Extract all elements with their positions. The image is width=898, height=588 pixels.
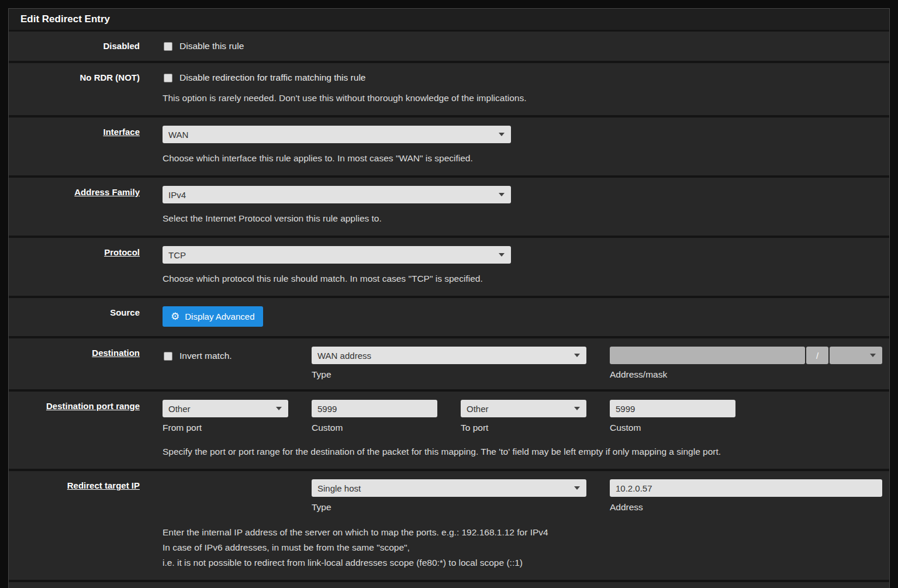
edit-redirect-entry-panel: Edit Redirect Entry Disabled Disable thi…	[8, 8, 890, 588]
from-port-custom-input[interactable]	[312, 400, 437, 417]
address-family-help: Select the Internet Protocol version thi…	[163, 211, 882, 226]
redirect-ip-address-sublabel: Address	[610, 502, 882, 513]
destination-address-sublabel: Address/mask	[610, 369, 882, 380]
row-disabled: Disabled Disable this rule	[9, 32, 889, 63]
redirect-ip-type-sublabel: Type	[312, 502, 586, 513]
display-advanced-button-label: Display Advanced	[185, 312, 254, 321]
destination-type-select[interactable]: WAN address	[312, 347, 586, 364]
to-port-custom-sublabel: Custom	[610, 423, 735, 433]
no-rdr-checkbox-label: Disable redirection for traffic matching…	[179, 72, 365, 83]
to-port-select[interactable]: Other	[461, 400, 586, 417]
destination-invert-checkbox[interactable]	[164, 352, 172, 361]
redirect-ip-type-select[interactable]: Single host	[312, 479, 586, 497]
to-port-custom-input[interactable]	[610, 400, 735, 417]
redirect-ip-help-line1: Enter the internal IP address of the ser…	[163, 525, 882, 540]
disabled-label: Disabled	[103, 41, 140, 51]
panel-title: Edit Redirect Entry	[9, 9, 889, 32]
interface-select[interactable]: WAN	[163, 126, 511, 143]
row-redirect-target-port: Redirect target port Other Port Cus	[9, 582, 889, 588]
redirect-ip-address-input[interactable]	[610, 479, 882, 497]
destination-address-group: /	[610, 347, 882, 364]
interface-help: Choose which interface this rule applies…	[163, 151, 882, 166]
disable-rule-checkbox[interactable]	[164, 42, 172, 51]
destination-type-select-wrap: WAN address	[312, 347, 586, 364]
destination-address-input[interactable]	[610, 347, 805, 364]
gear-icon: ⚙	[171, 312, 179, 321]
protocol-select-wrap: TCP	[163, 246, 511, 264]
protocol-select[interactable]: TCP	[163, 246, 511, 264]
row-address-family: Address Family IPv4 Select the Internet …	[9, 178, 889, 238]
source-label: Source	[110, 307, 140, 317]
row-interface: Interface WAN Choose which interface thi…	[9, 117, 889, 178]
row-destination-port-range: Destination port range Other From port	[9, 392, 889, 471]
destination-mask-select-wrap	[830, 347, 882, 364]
from-port-sublabel: From port	[163, 423, 288, 433]
redirect-target-ip-label: Redirect target IP	[67, 480, 140, 490]
redirect-ip-help-line3: i.e. it is not possible to redirect from…	[163, 555, 882, 570]
address-family-select[interactable]: IPv4	[163, 186, 511, 203]
display-advanced-button[interactable]: ⚙ Display Advanced	[163, 306, 263, 327]
page: Edit Redirect Entry Disabled Disable thi…	[0, 0, 898, 588]
no-rdr-label: No RDR (NOT)	[80, 72, 140, 82]
to-port-sublabel: To port	[461, 423, 586, 433]
address-mask-separator: /	[806, 347, 828, 364]
disable-rule-checkbox-label: Disable this rule	[179, 41, 244, 51]
interface-label: Interface	[103, 127, 140, 137]
destination-label: Destination	[92, 348, 140, 358]
address-family-label: Address Family	[74, 187, 140, 197]
row-destination: Destination Invert match. WAN address	[9, 338, 889, 392]
from-port-select-wrap: Other	[163, 400, 288, 417]
address-family-select-wrap: IPv4	[163, 186, 511, 203]
destination-port-range-label: Destination port range	[46, 401, 140, 411]
destination-type-sublabel: Type	[312, 369, 586, 380]
no-rdr-checkbox[interactable]	[164, 74, 172, 82]
interface-select-wrap: WAN	[163, 126, 511, 143]
from-port-select[interactable]: Other	[163, 400, 288, 417]
destination-port-range-help: Specify the port or port range for the d…	[163, 444, 882, 459]
protocol-label: Protocol	[104, 247, 140, 257]
destination-invert-label: Invert match.	[179, 351, 232, 361]
row-source: Source ⚙ Display Advanced	[9, 298, 889, 338]
no-rdr-help: This option is rarely needed. Don't use …	[163, 91, 882, 106]
from-port-custom-sublabel: Custom	[312, 423, 437, 433]
to-port-select-wrap: Other	[461, 400, 586, 417]
protocol-help: Choose which protocol this rule should m…	[163, 271, 882, 286]
destination-mask-select[interactable]	[830, 347, 882, 364]
row-redirect-target-ip: Redirect target IP Single host Type	[9, 471, 889, 582]
row-protocol: Protocol TCP Choose which protocol this …	[9, 238, 889, 298]
row-no-rdr: No RDR (NOT) Disable redirection for tra…	[9, 63, 889, 117]
redirect-ip-help-line2: In case of IPv6 addresses, in must be fr…	[163, 540, 882, 555]
redirect-ip-type-select-wrap: Single host	[312, 479, 586, 497]
